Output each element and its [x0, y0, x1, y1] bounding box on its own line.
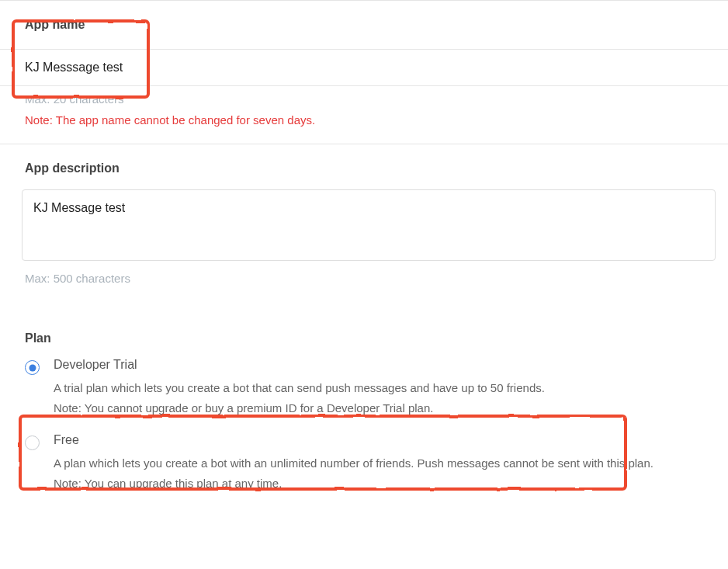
app-description-input-container — [22, 189, 716, 261]
plan-desc-text-developer-trial: A trial plan which lets you create a bot… — [54, 381, 545, 394]
app-description-header: App description — [0, 144, 728, 189]
app-name-input-row — [0, 50, 728, 86]
app-name-max-helper: Max: 20 characters — [25, 92, 124, 106]
plan-desc-developer-trial: A trial plan which lets you create a bot… — [54, 378, 716, 418]
app-description-helper-row: Max: 500 characters — [0, 261, 728, 290]
plan-desc-text-free: A plan which lets you create a bot with … — [54, 456, 653, 470]
plan-option-developer-trial[interactable]: Developer Trial A trial plan which lets … — [25, 353, 728, 428]
app-name-section: App name Max: 20 characters Note: The ap… — [0, 0, 728, 144]
plan-title-free: Free — [54, 433, 716, 447]
app-name-helper-row: Max: 20 characters — [0, 86, 728, 109]
app-description-label: App description — [25, 161, 120, 175]
plan-note-free: Note: You can upgrade this plan at any t… — [54, 477, 282, 490]
plan-label: Plan — [25, 331, 728, 353]
app-name-note-row: Note: The app name cannot be changed for… — [0, 109, 728, 144]
plan-option-free[interactable]: Free A plan which lets you create a bot … — [25, 428, 728, 504]
plan-title-developer-trial: Developer Trial — [54, 358, 716, 372]
app-name-label: App name — [25, 18, 85, 31]
app-description-max-helper: Max: 500 characters — [25, 272, 130, 285]
plan-section: Plan Developer Trial A trial plan which … — [0, 290, 728, 504]
plan-content-developer-trial: Developer Trial A trial plan which lets … — [54, 358, 728, 418]
plan-radio-free[interactable] — [25, 435, 40, 450]
app-description-input[interactable] — [33, 201, 704, 243]
plan-note-developer-trial: Note: You cannot upgrade or buy a premiu… — [54, 401, 433, 415]
plan-content-free: Free A plan which lets you create a bot … — [54, 433, 728, 493]
plan-radio-developer-trial[interactable] — [25, 360, 40, 375]
plan-desc-free: A plan which lets you create a bot with … — [54, 453, 716, 493]
app-description-section: App description Max: 500 characters — [0, 144, 728, 290]
app-name-input[interactable] — [25, 61, 728, 75]
app-description-box — [22, 189, 716, 261]
app-name-note: Note: The app name cannot be changed for… — [25, 113, 315, 127]
app-name-header: App name — [0, 1, 728, 50]
